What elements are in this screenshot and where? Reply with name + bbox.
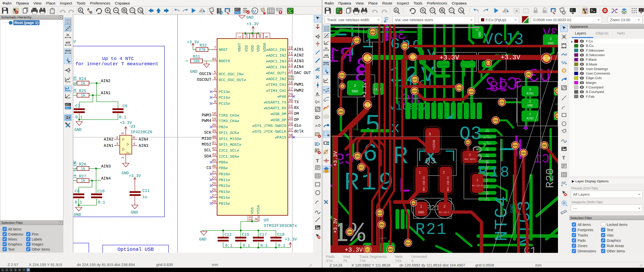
svg-text:PB9⇄: PB9⇄: [219, 166, 228, 171]
svg-text:AIN1: AIN1: [456, 87, 462, 89]
svg-text:T: T: [316, 158, 319, 163]
svg-text:PB8⇄: PB8⇄: [219, 160, 228, 165]
svg-text:PB14⇄: PB14⇄: [219, 196, 230, 200]
svg-text:1u: 1u: [142, 195, 147, 199]
svg-text:Net-(Q3-G): Net-(Q3-G): [472, 185, 483, 187]
svg-text:T: T: [562, 155, 565, 160]
svg-text:IP4220CZ6: IP4220CZ6: [131, 130, 152, 134]
svg-text:DM: DM: [294, 112, 299, 116]
svg-text:⇄ADC1_IN3: ⇄ADC1_IN3: [266, 59, 286, 64]
svg-text:B.Cu: B.Cu: [586, 44, 593, 48]
svg-text:R21: R21: [415, 221, 447, 239]
svg-text:CS: CS: [207, 166, 211, 170]
svg-text:C9: C9: [123, 104, 127, 109]
svg-text:1: 1: [238, 36, 242, 38]
svg-text:GND: GND: [509, 204, 515, 213]
svg-text:BOOT0: BOOT0: [219, 59, 230, 63]
svg-text:Net-(..): Net-(..): [353, 128, 363, 130]
svg-text:7: 7: [214, 46, 216, 50]
svg-text:18: 18: [212, 112, 216, 116]
svg-text:AIN4: AIN4: [485, 130, 490, 132]
svg-text:+3.3V: +3.3V: [485, 199, 490, 201]
svg-text:⇄USB_DM: ⇄USB_DM: [270, 112, 286, 116]
svg-text:+3.3V: +3.3V: [345, 247, 363, 253]
svg-text:C8: C8: [75, 189, 79, 194]
svg-text:4: 4: [214, 100, 216, 104]
svg-text:GND: GND: [122, 171, 129, 176]
svg-text:C1: C1: [524, 245, 536, 253]
svg-text:PWM1: PWM1: [294, 82, 304, 87]
svg-text:29: 29: [289, 93, 293, 97]
svg-text:6: 6: [214, 76, 216, 80]
svg-text:dclk: dclk: [377, 212, 383, 215]
svg-text:SPI1_MISO⇄: SPI1_MISO⇄: [219, 137, 241, 141]
svg-text:1k: 1k: [81, 167, 85, 171]
svg-text:12 AIN3: 12 AIN3: [479, 110, 481, 118]
svg-text:0.1: 0.1: [98, 200, 105, 205]
svg-text:24: 24: [245, 34, 249, 38]
svg-text:46: 46: [212, 164, 216, 168]
svg-text:DAC OUT1: DAC OUT1: [483, 143, 492, 145]
svg-text:1k: 1k: [81, 179, 85, 183]
svg-text:x: x: [487, 187, 488, 189]
svg-text:VDD: VDD: [256, 45, 261, 52]
svg-text:Optional USB: Optional USB: [117, 247, 154, 252]
svg-text:AIN3: AIN3: [499, 101, 505, 104]
svg-text:⇄PA15: ⇄PA15: [275, 135, 286, 140]
svg-text:?: ?: [640, 8, 642, 12]
svg-text:RCC_OSC_OUT⇄: RCC_OSC_OUT⇄: [219, 78, 246, 82]
svg-text:F.Mask: F.Mask: [586, 58, 597, 61]
svg-text:R??: R??: [235, 8, 240, 11]
svg-text:+3.3V: +3.3V: [187, 40, 199, 45]
svg-text:RCC_OSC_IN⇄: RCC_OSC_IN⇄: [219, 72, 244, 77]
svg-text:dclk: dclk: [294, 129, 304, 134]
svg-text:VDD: VDD: [245, 45, 249, 52]
svg-text:13: 13: [289, 63, 293, 67]
svg-text:A: A: [316, 149, 317, 152]
svg-text:MOSI: MOSI: [202, 142, 211, 147]
svg-text:43: 43: [212, 153, 216, 157]
svg-text:AIN4: AIN4: [493, 120, 498, 122]
svg-text:mil: mil: [324, 54, 328, 57]
svg-text:AIN2: AIN2: [294, 53, 304, 58]
svg-text:+3.3V: +3.3V: [439, 54, 459, 61]
svg-text:GND: GND: [379, 224, 384, 226]
svg-text:⇄USB_DP: ⇄USB_DP: [270, 118, 286, 122]
svg-text:1: 1: [116, 136, 118, 140]
svg-text:R25: R25: [79, 89, 86, 93]
svg-text:C15: C15: [242, 232, 249, 237]
svg-text:AIN3: AIN3: [294, 59, 304, 63]
svg-text:⇄ADC2_IN2: ⇄ADC2_IN2: [266, 77, 286, 81]
svg-text:22: 22: [212, 176, 216, 180]
svg-text:+3.3V: +3.3V: [129, 174, 141, 178]
svg-text:R??: R??: [65, 104, 69, 106]
svg-text:+3.3V: +3.3V: [363, 56, 372, 60]
svg-text:GND: GND: [74, 128, 82, 132]
svg-text:34: 34: [289, 122, 293, 126]
svg-text:AIN2: AIN2: [468, 91, 474, 93]
svg-text:AIN4: AIN4: [101, 176, 111, 181]
svg-text:19: 19: [212, 117, 216, 121]
svg-text:Net-(U5-NRST): Net-(U5-NRST): [438, 64, 451, 66]
svg-text:1: 1: [420, 205, 422, 209]
svg-text:9: 9: [265, 36, 269, 38]
svg-text:14: 14: [289, 69, 293, 73]
svg-text:Net-(Q3-G): Net-(Q3-G): [423, 176, 425, 191]
svg-text:User.Comments: User.Comments: [586, 72, 610, 75]
svg-text:AIN2: AIN2: [104, 137, 113, 142]
svg-text:dio: dio: [294, 123, 301, 128]
svg-text:SDA: SDA: [355, 155, 360, 158]
svg-text:STM32F303CBTx: STM32F303CBTx: [264, 223, 297, 228]
svg-text:DP: DP: [294, 118, 299, 122]
svg-text:MISO: MISO: [202, 137, 211, 141]
svg-text:GND: GND: [131, 210, 138, 215]
svg-text:GND: GND: [526, 73, 531, 76]
svg-text:GND: GND: [246, 15, 254, 20]
svg-text:GND: GND: [542, 144, 547, 147]
svg-text:+3.3V: +3.3V: [462, 63, 473, 67]
svg-text:8: 8: [254, 218, 258, 220]
svg-text:DAC OUT1: DAC OUT1: [483, 137, 492, 139]
svg-text:GND: GND: [412, 202, 416, 205]
svg-text:3: 3: [214, 94, 216, 98]
svg-text:2: 2: [121, 157, 125, 159]
